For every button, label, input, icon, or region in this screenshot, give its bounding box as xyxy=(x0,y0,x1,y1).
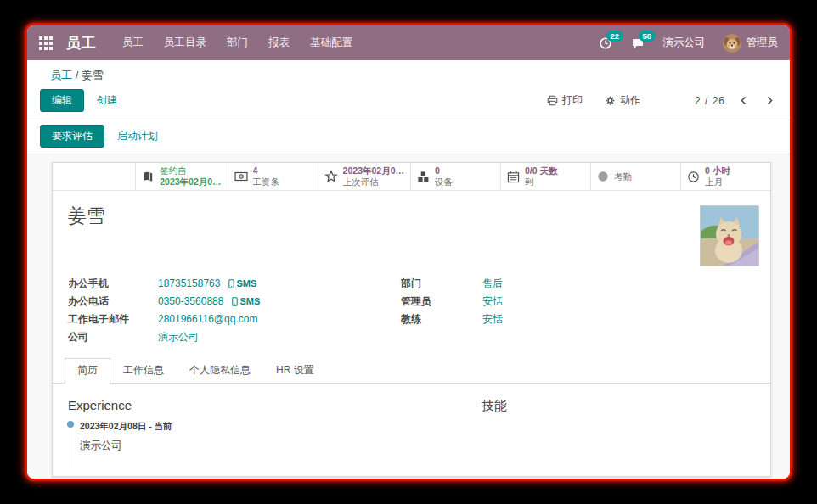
field-department: 部门 售后 xyxy=(401,275,755,293)
employee-name: 姜雪 xyxy=(68,204,770,229)
apps-menu-icon[interactable] xyxy=(39,36,53,50)
stat-label: 上次评估 xyxy=(343,176,404,188)
message-badge: 58 xyxy=(639,31,656,42)
statusbar: 要求评估 启动计划 xyxy=(27,120,790,154)
action-button[interactable]: 动作 xyxy=(605,93,640,108)
nav-item-departments[interactable]: 部门 xyxy=(227,36,248,50)
nav-item-employees[interactable]: 员工 xyxy=(122,36,144,50)
employee-form-sheet: 签约自 2023年02月0… 4 工资条 xyxy=(52,162,771,477)
work-phone-link[interactable]: 0350-3560888 xyxy=(158,293,223,311)
stat-button-row: 签约自 2023年02月0… 4 工资条 xyxy=(53,163,770,191)
activity-clock-icon[interactable]: 22 xyxy=(599,36,614,50)
stat-label: 工资条 xyxy=(253,176,280,188)
top-navbar: 员工 员工 员工目录 部门 报表 基础配置 22 58 xyxy=(27,25,790,60)
stat-value: 2023年02月0… xyxy=(160,176,221,188)
tab-private-info[interactable]: 个人隐私信息 xyxy=(177,358,263,384)
request-appraisal-button[interactable]: 要求评估 xyxy=(40,125,104,148)
stat-appraisal-button[interactable]: 2023年02月0… 上次评估 xyxy=(318,163,410,190)
printer-icon xyxy=(547,95,558,106)
stat-equipment-button[interactable]: 0 设备 xyxy=(410,163,500,190)
print-button[interactable]: 打印 xyxy=(547,93,583,108)
field-manager: 管理员 安恬 xyxy=(401,293,755,311)
stat-timeoff-button[interactable]: 0/0 天数 到 xyxy=(500,163,590,190)
timeline-company: 演示公司 xyxy=(80,439,467,453)
stat-value: 2023年02月0… xyxy=(343,165,404,176)
field-groups: 办公手机 18735158763 SMS 办公电话 0350-3560888 xyxy=(53,275,770,346)
work-mobile-link[interactable]: 18735158763 xyxy=(158,275,220,293)
skills-title: 技能 xyxy=(482,398,755,414)
book-icon xyxy=(142,171,155,183)
notebook-tabs: 简历 工作信息 个人隐私信息 HR 设置 xyxy=(53,357,770,384)
timeline-date: 2023年02月08日 - 当前 xyxy=(80,421,467,433)
cp-tools: 打印 动作 xyxy=(547,93,640,108)
company-link[interactable]: 演示公司 xyxy=(158,328,199,346)
employee-photo[interactable] xyxy=(700,205,759,266)
stat-hours-button[interactable]: 0 小时 上月 xyxy=(680,163,770,190)
user-menu[interactable]: 管理员 xyxy=(723,34,779,53)
stat-label: 考勤 xyxy=(614,171,632,182)
nav-item-directory[interactable]: 员工目录 xyxy=(164,36,206,50)
tab-resume[interactable]: 简历 xyxy=(65,358,110,384)
tab-work-info[interactable]: 工作信息 xyxy=(110,358,177,384)
sms-button[interactable]: SMS xyxy=(228,275,256,293)
user-name: 管理员 xyxy=(747,36,779,50)
breadcrumb-root-link[interactable]: 员工 xyxy=(50,69,72,81)
gear-icon xyxy=(605,95,616,106)
systray: 22 58 演示公司 xyxy=(599,34,779,53)
chevron-left-icon xyxy=(739,95,748,106)
pager: 2 / 26 xyxy=(695,95,778,107)
clock-icon xyxy=(687,171,700,183)
tab-hr-settings[interactable]: HR 设置 xyxy=(263,358,327,384)
avatar xyxy=(723,34,741,53)
nav-item-reports[interactable]: 报表 xyxy=(268,36,290,50)
stat-value: 4 xyxy=(253,165,280,176)
pager-next-button[interactable] xyxy=(762,95,778,106)
work-email-link[interactable]: 2801966116@qq.com xyxy=(158,311,257,328)
timeline-dot xyxy=(67,421,74,428)
activity-badge: 22 xyxy=(606,31,624,42)
breadcrumb-separator: / xyxy=(76,69,79,81)
sms-button[interactable]: SMS xyxy=(232,293,260,311)
breadcrumb-current: 姜雪 xyxy=(82,69,104,81)
field-group-left: 办公手机 18735158763 SMS 办公电话 0350-3560888 xyxy=(68,275,401,346)
stat-label: 上月 xyxy=(705,176,730,188)
field-coach: 教练 安恬 xyxy=(401,311,755,328)
stat-payslips-button[interactable]: 4 工资条 xyxy=(228,163,318,190)
pager-previous-button[interactable] xyxy=(735,95,752,106)
cubes-icon xyxy=(417,171,430,183)
resume-tab-content: Experience 2023年02月08日 - 当前 演示公司 技能 xyxy=(53,384,770,468)
circle-icon xyxy=(597,171,609,182)
field-work-mobile: 办公手机 18735158763 SMS xyxy=(68,275,401,293)
experience-title: Experience xyxy=(68,398,467,412)
pager-count: 2 / 26 xyxy=(695,95,725,107)
chat-bubble-icon[interactable]: 58 xyxy=(631,36,646,50)
launch-plan-button[interactable]: 启动计划 xyxy=(117,129,158,143)
field-group-right: 部门 售后 管理员 安恬 教练 安恬 xyxy=(401,275,755,346)
mobile-icon xyxy=(228,279,234,288)
skills-section: 技能 xyxy=(467,398,755,468)
control-panel: 编辑 创建 打印 xyxy=(27,84,790,120)
stat-value: 0 小时 xyxy=(705,165,730,176)
mobile-icon xyxy=(232,297,238,306)
star-icon xyxy=(324,170,338,183)
timeline-item: 2023年02月08日 - 当前 演示公司 xyxy=(70,421,467,468)
edit-button[interactable]: 编辑 xyxy=(40,89,84,112)
banknote-icon xyxy=(234,171,248,182)
field-work-email: 工作电子邮件 2801966116@qq.com xyxy=(68,311,401,328)
stat-value: 0/0 天数 xyxy=(525,165,558,176)
department-link[interactable]: 售后 xyxy=(482,275,503,293)
stat-contract-button[interactable]: 签约自 2023年02月0… xyxy=(135,163,227,190)
company-menu[interactable]: 演示公司 xyxy=(663,36,706,50)
stat-value: 0 xyxy=(435,165,453,176)
app-window: 员工 员工 员工目录 部门 报表 基础配置 22 58 xyxy=(25,24,792,480)
chevron-right-icon xyxy=(765,95,775,106)
manager-link[interactable]: 安恬 xyxy=(482,293,503,311)
coach-link[interactable]: 安恬 xyxy=(482,311,503,328)
field-company: 公司 演示公司 xyxy=(68,328,401,346)
create-button[interactable]: 创建 xyxy=(97,93,117,108)
experience-section: Experience 2023年02月08日 - 当前 演示公司 xyxy=(68,398,467,468)
stat-label: 设备 xyxy=(435,176,453,188)
stat-attendance-button[interactable]: 考勤 xyxy=(590,163,680,190)
nav-item-configuration[interactable]: 基础配置 xyxy=(310,36,352,50)
breadcrumb: 员工 / 姜雪 xyxy=(27,60,790,84)
